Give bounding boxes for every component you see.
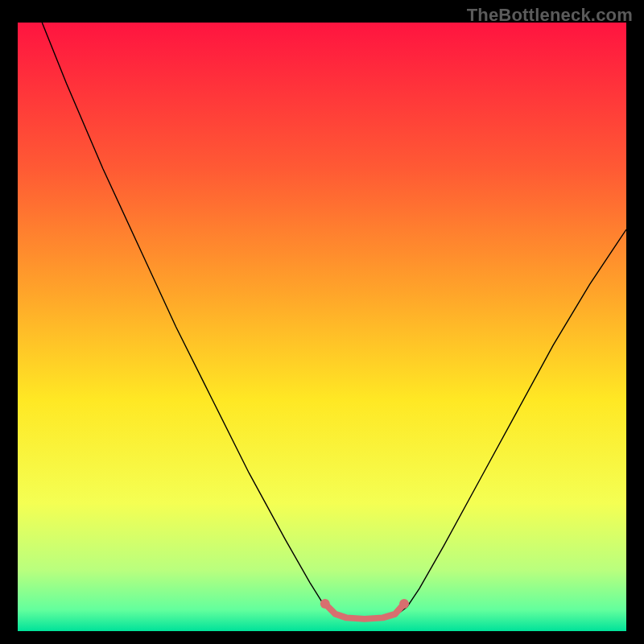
- watermark-text: TheBottleneck.com: [467, 5, 633, 26]
- series-bottom-highlight-endpoint-0: [320, 599, 330, 609]
- chart-svg: [18, 23, 626, 631]
- series-bottom-highlight-endpoint-1: [399, 599, 409, 609]
- chart-background: [18, 23, 626, 631]
- chart-frame: TheBottleneck.com: [0, 0, 644, 644]
- chart-plot: [18, 23, 626, 631]
